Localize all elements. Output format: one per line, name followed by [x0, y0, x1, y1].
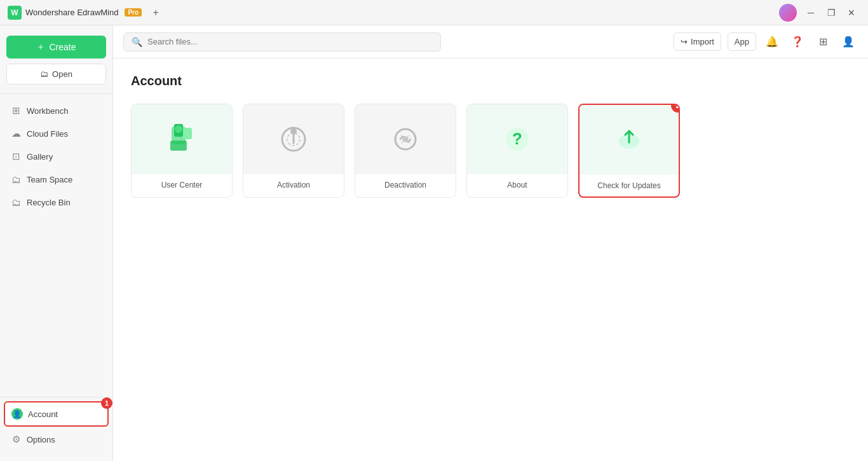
app-name: Wondershare EdrawMind	[25, 8, 118, 17]
sidebar-item-recycle-bin[interactable]: 🗂 Recycle Bin	[4, 191, 109, 214]
avatar	[779, 4, 797, 22]
search-input[interactable]	[147, 37, 433, 46]
workbench-label: Workbench	[27, 106, 69, 116]
card-check-updates[interactable]: 2 Check for Updates	[578, 104, 680, 198]
sidebar-item-cloud-files[interactable]: ☁ Cloud Files	[4, 122, 109, 145]
check-updates-icon	[613, 123, 646, 156]
gallery-icon: ⊡	[10, 151, 22, 162]
sidebar-nav: ⊞ Workbench ☁ Cloud Files ⊡ Gallery 🗂 Te…	[0, 99, 112, 397]
options-icon: ⚙	[10, 434, 22, 445]
open-button[interactable]: 🗂 Open	[6, 64, 106, 85]
sidebar-top: ＋ Create 🗂 Open	[0, 32, 112, 88]
close-button[interactable]: ✕	[843, 4, 860, 22]
help-button[interactable]: ❓	[788, 32, 807, 52]
sidebar-item-gallery[interactable]: ⊡ Gallery	[4, 145, 109, 168]
import-button[interactable]: ↪ Import	[674, 32, 721, 51]
user-button[interactable]: 👤	[839, 32, 858, 52]
search-icon: 🔍	[132, 37, 142, 47]
bell-icon: 🔔	[766, 36, 778, 48]
import-icon: ↪	[681, 37, 688, 46]
sidebar-divider	[0, 93, 112, 94]
svg-text:?: ?	[512, 129, 522, 148]
card-deactivation[interactable]: Deactivation	[355, 104, 456, 198]
sidebar: ＋ Create 🗂 Open ⊞ Workbench ☁ Cloud File…	[0, 25, 113, 461]
cards-grid: User Center Activation	[131, 104, 850, 198]
folder-icon: 🗂	[40, 69, 48, 79]
card-label-deactivation: Deactivation	[355, 174, 456, 196]
options-item[interactable]: ⚙ Options	[4, 428, 109, 451]
card-icon-area-check-updates	[580, 105, 679, 175]
card-about[interactable]: ? About	[466, 104, 568, 198]
grid-icon: ⊞	[819, 36, 827, 48]
gallery-label: Gallery	[27, 152, 53, 162]
account-label: Account	[28, 409, 58, 419]
create-label: Create	[49, 42, 76, 52]
minimize-button[interactable]: ─	[802, 4, 820, 22]
sidebar-item-team-space[interactable]: 🗂 Team Space	[4, 168, 109, 191]
deactivation-icon	[389, 123, 422, 156]
svg-point-2	[175, 125, 182, 133]
window-controls: ─ ❐ ✕	[802, 4, 860, 22]
card-icon-area-about: ?	[467, 104, 567, 174]
app-label: App	[735, 37, 749, 46]
user-icon: 👤	[842, 36, 855, 48]
svg-rect-4	[183, 128, 192, 139]
search-box[interactable]: 🔍	[123, 32, 441, 52]
team-icon: 🗂	[10, 174, 22, 185]
app-logo: W Wondershare EdrawMind Pro	[8, 6, 142, 20]
content-area: 🔍 ↪ Import App 🔔 ❓ ⊞ 👤	[113, 25, 868, 461]
svg-rect-3	[170, 141, 187, 151]
plus-icon: ＋	[36, 41, 45, 53]
app-button[interactable]: App	[728, 32, 756, 51]
account-item[interactable]: 👤 Account 1	[4, 401, 109, 427]
toolbar: 🔍 ↪ Import App 🔔 ❓ ⊞ 👤	[113, 25, 868, 58]
sidebar-bottom: 👤 Account 1 ⚙ Options	[0, 397, 112, 455]
new-tab-button[interactable]: +	[148, 5, 163, 20]
open-label: Open	[52, 69, 72, 79]
import-label: Import	[691, 37, 714, 46]
page-title: Account	[131, 74, 850, 88]
about-icon: ?	[501, 123, 534, 156]
card-label-user-center: User Center	[132, 174, 232, 196]
team-space-label: Team Space	[27, 175, 72, 184]
account-badge: 1	[101, 397, 112, 409]
sidebar-item-workbench[interactable]: ⊞ Workbench	[4, 99, 109, 122]
pro-badge: Pro	[125, 8, 142, 17]
notification-button[interactable]: 🔔	[763, 32, 782, 52]
recycle-icon: 🗂	[10, 196, 22, 208]
activation-icon	[277, 123, 310, 156]
card-icon-area-deactivation	[355, 104, 456, 174]
cloud-icon: ☁	[10, 128, 22, 139]
recycle-bin-label: Recycle Bin	[27, 198, 71, 207]
card-label-about: About	[467, 174, 567, 196]
card-label-check-updates: Check for Updates	[580, 175, 679, 196]
create-button[interactable]: ＋ Create	[6, 36, 106, 58]
help-icon: ❓	[791, 36, 804, 48]
logo-icon: W	[8, 6, 22, 20]
user-center-icon	[165, 123, 198, 156]
main-layout: ＋ Create 🗂 Open ⊞ Workbench ☁ Cloud File…	[0, 25, 868, 461]
card-user-center[interactable]: User Center	[131, 104, 233, 198]
grid-button[interactable]: ⊞	[813, 32, 832, 52]
card-icon-area-user-center	[132, 104, 232, 174]
options-label: Options	[27, 435, 55, 444]
workbench-icon: ⊞	[10, 105, 22, 116]
card-activation[interactable]: Activation	[243, 104, 344, 198]
card-label-activation: Activation	[243, 174, 344, 196]
card-icon-area-activation	[243, 104, 344, 174]
title-bar: W Wondershare EdrawMind Pro + ─ ❐ ✕	[0, 0, 868, 25]
account-icon: 👤	[11, 408, 23, 420]
page-content: Account User Center	[113, 58, 868, 461]
restore-button[interactable]: ❐	[822, 4, 840, 22]
cloud-files-label: Cloud Files	[27, 129, 68, 139]
